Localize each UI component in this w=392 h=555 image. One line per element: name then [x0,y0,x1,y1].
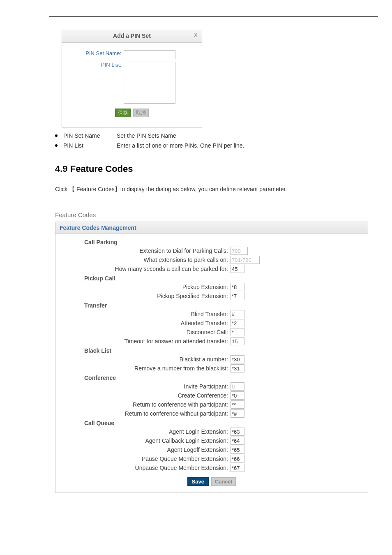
feature-codes-panel: Feature Codes Management Call Parking Ex… [55,222,368,493]
fc-label: Pause Queue Member Extension: [55,454,231,463]
pin-set-explanation: PIN Set Name Set the PIN Sets Name PIN L… [55,132,378,149]
fc-label: Blacklist a number: [55,355,231,364]
fc-label: Agent Callback Login Extension: [55,436,231,445]
section-heading: 4.9 Feature Codes [55,164,378,174]
group-call-queue: Call Queue [84,420,368,426]
cancel-button-cn[interactable]: 取消 [133,109,149,117]
group-blacklist: Black List [84,347,368,354]
fc-label: Disconnect Call: [55,328,231,337]
pause-queue-ext-input[interactable] [231,455,244,463]
feature-codes-title: Feature Codes [55,211,378,218]
remove-blacklist-input[interactable] [231,364,244,372]
bullet-desc: Enter a list of one or more PINs. One PI… [117,142,378,149]
list-item: PIN List Enter a list of one or more PIN… [55,142,378,149]
add-pin-set-dialog: Add a PIN Set X PIN Set Name: PIN List: … [62,29,202,127]
agent-login-ext-input[interactable] [231,428,244,436]
blind-transfer-input[interactable] [231,310,244,318]
pin-list-textarea[interactable] [124,62,175,104]
return-with-participant-input[interactable] [231,400,244,409]
fc-label: Agent Logoff Extension: [55,445,231,454]
dialog-header: Add a PIN Set X [62,29,202,43]
park-extensions-input[interactable] [231,256,260,264]
pickup-ext-input[interactable] [231,283,244,291]
group-transfer: Transfer [84,302,368,309]
fc-label: Return to conference without participant… [55,409,231,418]
fc-label: Blind Transfer: [55,310,231,319]
fc-label: Unpause Queue Member Extension: [55,463,231,472]
close-icon[interactable]: X [194,32,198,38]
fc-label: Remove a number from the blacklist: [55,364,231,373]
attended-transfer-input[interactable] [231,319,244,327]
fc-label: Agent Login Extension: [55,427,231,436]
unpause-queue-ext-input[interactable] [231,464,244,472]
dialog-body: PIN Set Name: PIN List: 保存 取消 [62,43,202,127]
save-button-cn[interactable]: 保存 [115,109,131,117]
fc-label: Pickup Specified Extension: [55,291,231,301]
fc-label: Pickup Extension: [55,282,231,291]
fc-label: Invite Participant: [55,382,231,391]
fc-label: Attended Transfer: [55,319,231,328]
group-pickup-call: Pickup Call [84,275,368,282]
disconnect-call-input[interactable] [231,328,244,336]
fc-label: Create Conference: [55,391,231,400]
panel-title: Feature Codes Management [55,222,368,234]
fc-label: Return to conference with participant: [55,400,231,409]
create-conference-input[interactable] [231,391,244,400]
dialog-title: Add a PIN Set [113,32,151,39]
bullet-term: PIN Set Name [63,132,117,139]
bullet-icon [55,144,58,147]
bullet-desc: Set the PIN Sets Name [117,132,378,139]
cancel-button[interactable]: Cancel [211,477,236,486]
agent-logoff-ext-input[interactable] [231,446,244,454]
agent-callback-login-ext-input[interactable] [231,437,244,445]
blacklist-number-input[interactable] [231,355,244,363]
pin-list-label: PIN List: [68,62,124,68]
fc-label: How many seconds a call can be parked fo… [55,264,231,273]
group-call-parking: Call Parking [84,239,368,245]
fc-label: Extension to Dial for Parking Calls: [55,246,231,255]
section-intro: Click 【 Feature Codes】to display the dia… [55,186,378,193]
pin-set-name-label: PIN Set Name: [68,50,124,56]
ext-dial-parking-input[interactable] [231,247,248,255]
list-item: PIN Set Name Set the PIN Sets Name [55,132,378,139]
attended-timeout-input[interactable] [231,337,244,345]
fc-label: What extensions to park calls on: [55,255,231,264]
fc-label: Timeout for answer on attended transfer: [55,337,231,346]
pickup-spec-ext-input[interactable] [231,292,244,300]
bullet-icon [55,134,58,137]
pin-set-name-input[interactable] [124,50,175,59]
return-without-participant-input[interactable] [231,409,244,418]
invite-participant-input[interactable] [231,382,244,391]
bullet-term: PIN List [63,142,117,149]
save-button[interactable]: Save [187,477,209,486]
group-conference: Conference [84,375,368,381]
park-seconds-input[interactable] [231,265,244,273]
